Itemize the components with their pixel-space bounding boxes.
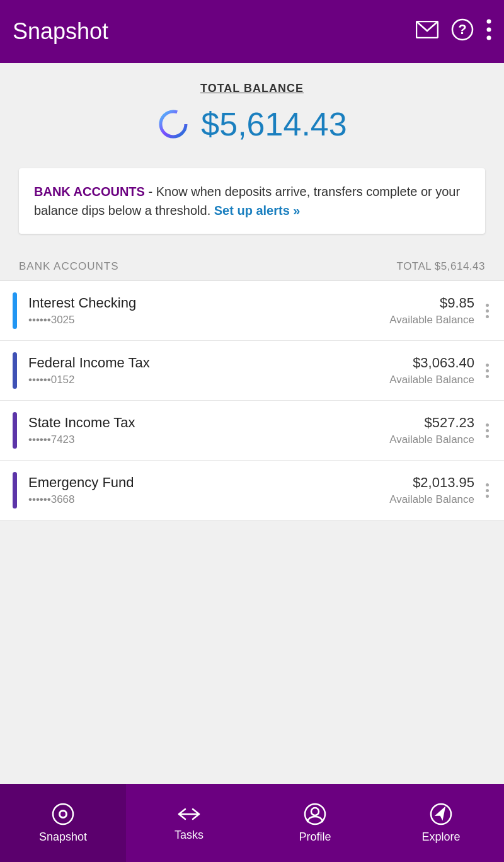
account-info: State Income Tax ••••••7423 — [28, 415, 389, 446]
svg-point-4 — [487, 27, 491, 32]
svg-text:?: ? — [458, 21, 466, 37]
account-name: Emergency Fund — [28, 474, 389, 491]
nav-item-explore[interactable]: Explore — [378, 784, 504, 862]
account-info: Emergency Fund ••••••3668 — [28, 474, 389, 506]
help-icon[interactable]: ? — [451, 18, 474, 45]
balance-amount: $5,614.43 — [201, 105, 346, 143]
table-row[interactable]: Emergency Fund ••••••3668 $2,013.95 Avai… — [0, 461, 504, 520]
account-name: State Income Tax — [28, 415, 389, 431]
profile-icon — [304, 803, 326, 825]
balance-circle-icon — [157, 108, 190, 141]
account-balance: $527.23 — [389, 415, 474, 431]
table-row[interactable]: Federal Income Tax ••••••0152 $3,063.40 … — [0, 341, 504, 401]
explore-icon — [430, 803, 452, 825]
snapshot-icon — [52, 803, 74, 825]
account-balance: $2,013.95 — [389, 474, 474, 491]
account-balance-label: Available Balance — [389, 374, 474, 386]
svg-point-12 — [311, 808, 319, 815]
account-balance: $9.85 — [389, 295, 474, 311]
accounts-section-total: TOTAL $5,614.43 — [397, 260, 485, 273]
account-bar-icon — [13, 292, 17, 329]
account-menu-icon[interactable] — [483, 478, 491, 503]
accounts-header: BANK ACCOUNTS TOTAL $5,614.43 — [0, 253, 504, 280]
account-balance-label: Available Balance — [389, 314, 474, 326]
balance-amount-row: $5,614.43 — [157, 105, 346, 143]
account-number: ••••••7423 — [28, 434, 389, 446]
alert-banner: BANK ACCOUNTS - Know when deposits arriv… — [19, 168, 485, 234]
account-menu-icon[interactable] — [483, 418, 491, 443]
account-name: Federal Income Tax — [28, 355, 389, 371]
app-header: Snapshot ? — [0, 0, 504, 63]
account-menu-icon[interactable] — [483, 299, 491, 323]
account-info: Interest Checking ••••••3025 — [28, 295, 389, 326]
account-bar-icon — [13, 352, 17, 389]
account-balance-col: $9.85 Available Balance — [389, 295, 474, 326]
account-name: Interest Checking — [28, 295, 389, 311]
account-balance-label: Available Balance — [389, 434, 474, 446]
alert-bold-text: BANK ACCOUNTS — [34, 185, 145, 198]
accounts-section: BANK ACCOUNTS TOTAL $5,614.43 Interest C… — [0, 253, 504, 784]
account-number: ••••••3668 — [28, 493, 389, 506]
account-balance: $3,063.40 — [389, 355, 474, 371]
table-row[interactable]: Interest Checking ••••••3025 $9.85 Avail… — [0, 281, 504, 341]
accounts-section-label: BANK ACCOUNTS — [19, 260, 118, 273]
nav-item-profile[interactable]: Profile — [252, 784, 378, 862]
svg-point-5 — [487, 35, 491, 40]
more-icon[interactable] — [486, 19, 491, 45]
main-content: TOTAL BALANCE $5,614.43 BANK ACCOUNTS - … — [0, 63, 504, 784]
nav-item-tasks[interactable]: Tasks — [126, 784, 252, 862]
tasks-icon — [178, 805, 200, 824]
svg-marker-14 — [436, 805, 448, 819]
account-balance-col: $527.23 Available Balance — [389, 415, 474, 446]
app-title: Snapshot — [13, 18, 108, 45]
account-bar-icon — [13, 412, 17, 449]
nav-item-snapshot[interactable]: Snapshot — [0, 784, 126, 862]
svg-point-6 — [161, 112, 186, 137]
account-bar-icon — [13, 472, 17, 509]
svg-point-9 — [60, 812, 66, 817]
bottom-nav: Snapshot Tasks Profile — [0, 784, 504, 862]
balance-section: TOTAL BALANCE $5,614.43 — [0, 63, 504, 156]
account-balance-col: $3,063.40 Available Balance — [389, 355, 474, 386]
account-balance-label: Available Balance — [389, 493, 474, 506]
table-row[interactable]: State Income Tax ••••••7423 $527.23 Avai… — [0, 401, 504, 461]
nav-label-tasks: Tasks — [175, 829, 203, 842]
nav-label-snapshot: Snapshot — [39, 830, 87, 844]
account-number: ••••••0152 — [28, 374, 389, 386]
nav-label-profile: Profile — [299, 830, 331, 844]
account-number: ••••••3025 — [28, 314, 389, 326]
alert-link[interactable]: Set up alerts » — [210, 204, 300, 217]
account-balance-col: $2,013.95 Available Balance — [389, 474, 474, 506]
account-list: Interest Checking ••••••3025 $9.85 Avail… — [0, 280, 504, 520]
mail-icon[interactable] — [416, 21, 438, 43]
account-menu-icon[interactable] — [483, 359, 491, 383]
header-icons-group: ? — [416, 18, 491, 45]
total-balance-label: TOTAL BALANCE — [200, 82, 304, 95]
svg-point-3 — [487, 19, 491, 23]
nav-label-explore: Explore — [421, 830, 460, 844]
account-info: Federal Income Tax ••••••0152 — [28, 355, 389, 386]
